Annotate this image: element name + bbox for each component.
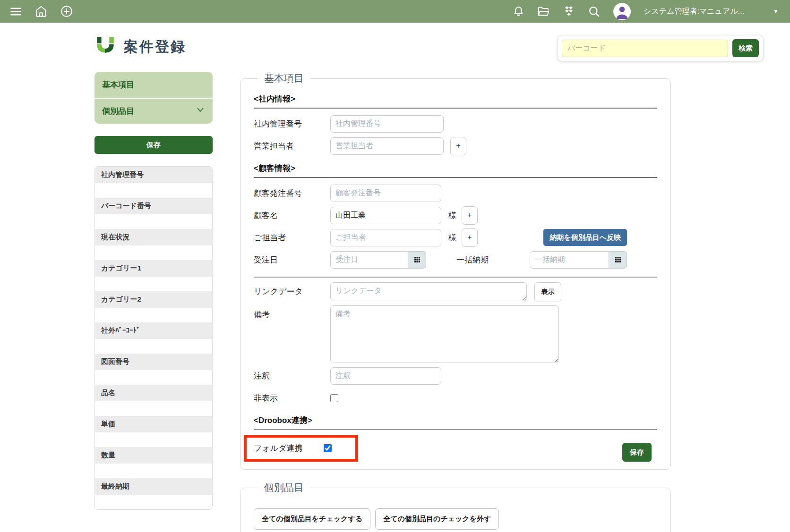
link-data-row: リンクデータ 表示 [254,282,657,302]
field-list-row: 最終納期 [95,478,212,509]
sidebar-tab-basic[interactable]: 基本項目 [94,72,213,98]
sidebar-field-list: 社内管理番号 バーコード番号 現在状況 カテゴリー1 [94,166,213,510]
home-icon[interactable] [35,5,47,17]
calendar-grid-icon [615,256,621,263]
note-input[interactable] [330,367,441,385]
barcode-search-button[interactable]: 検索 [732,39,759,57]
field-list-label: 数量 [95,447,212,464]
uncheck-all-items-button[interactable]: 全ての個別品目のチェックを外す [375,508,499,530]
field-list-row: 図面番号 [95,354,212,385]
field-list-label: バーコード番号 [95,198,212,214]
folder-icon[interactable] [537,5,550,18]
search-icon[interactable] [588,5,601,18]
droobox-header: <Droobox連携> [254,415,657,426]
internal-info-header: <社内情報> [254,93,657,104]
bulk-due-calendar-button[interactable] [609,251,627,269]
field-list-value [95,308,212,322]
avatar[interactable] [613,3,631,20]
link-data-textarea[interactable] [330,282,527,301]
topbar: システム管理者:マニュアル... ▼ [0,0,790,23]
note-label: 注釈 [254,371,330,381]
field-list-label: カテゴリー2 [95,291,212,308]
contact-add-button[interactable]: + [462,228,478,247]
order-date-row: 受注日 一括納期 [254,250,657,269]
page-title: 案件登録 [124,37,186,57]
order-date-input[interactable] [330,251,408,269]
folder-link-label: フォルダ連携 [254,443,324,454]
customer-name-label: 顧客名 [254,210,330,221]
reflect-due-date-button[interactable]: 納期を個別品目へ反映 [543,229,627,246]
field-list-label: 最終納期 [95,478,212,495]
chevron-down-icon [196,106,205,116]
bulk-due-input[interactable] [530,251,609,269]
bulk-due-label: 一括納期 [456,254,530,265]
customer-name-input[interactable] [330,207,441,224]
sidebar-save-button[interactable]: 保存 [94,136,213,154]
field-list-value [95,245,212,260]
field-list-value [95,495,212,509]
hidden-label: 非表示 [254,393,330,404]
internal-number-input[interactable] [330,115,444,133]
calendar-grid-icon [414,256,421,263]
internal-number-row: 社内管理番号 [254,114,657,133]
remarks-label: 備考 [254,305,330,320]
main: 基本項目 <社内情報> 社内管理番号 営業担当者 + <顧客情報> 顧客発注番号… [240,72,671,532]
customer-order-no-input[interactable] [330,185,441,202]
customer-name-row: 顧客名 様 + [254,206,657,225]
brand: 案件登録 [94,35,186,59]
bell-icon[interactable] [513,6,524,17]
customer-info-header: <顧客情報> [254,163,657,174]
divider [254,108,657,109]
hidden-row: 非表示 [254,388,657,407]
order-date-label: 受注日 [254,254,330,265]
user-label: システム管理者:マニュアル... [644,7,744,17]
app-logo [94,35,116,59]
contact-input[interactable] [330,229,441,246]
items-panel: 個別品目 全ての個別品目をチェックする 全ての個別品目のチェックを外す [240,481,671,532]
hidden-checkbox[interactable] [330,394,338,402]
divider [254,429,657,430]
customer-order-no-row: 顧客発注番号 [254,184,657,203]
items-panel-legend: 個別品目 [258,481,310,494]
internal-number-label: 社内管理番号 [254,118,330,129]
plus-circle-icon[interactable] [60,5,73,18]
menu-icon[interactable] [9,5,22,18]
field-list-value [95,432,212,447]
field-list-row: 数量 [95,447,212,478]
contact-label: ご担当者 [254,232,330,243]
check-all-items-button[interactable]: 全ての個別品目をチェックする [254,508,370,530]
bulk-due-group [530,251,627,269]
caret-down-icon[interactable]: ▼ [773,8,779,15]
page-header: 案件登録 検索 [94,35,764,61]
folder-link-checkbox[interactable] [324,444,332,452]
sidebar-nav: 基本項目 個別品目 [94,72,213,124]
remarks-textarea[interactable] [330,305,559,363]
customer-name-add-button[interactable]: + [462,206,478,225]
remarks-row: 備考 [254,305,657,363]
field-list-row: 現在状況 [95,229,212,260]
sales-rep-input[interactable] [330,137,444,155]
barcode-search-card: 検索 [557,35,764,61]
note-row: 注釈 [254,366,657,385]
link-data-show-button[interactable]: 表示 [534,282,561,302]
order-date-calendar-button[interactable] [408,251,426,269]
dropbox-icon[interactable] [563,5,575,17]
sales-rep-add-button[interactable]: + [450,137,466,155]
field-list-label: カテゴリー1 [95,260,212,277]
customer-name-honorific: 様 [448,210,456,221]
field-list-row: カテゴリー1 [95,260,212,291]
barcode-input[interactable] [562,40,728,57]
red-highlight-box: フォルダ連携 [244,435,358,462]
field-list-row: 単価 [95,416,212,447]
basic-save-button[interactable]: 保存 [622,443,652,462]
sidebar-tab-basic-label: 基本項目 [102,79,134,90]
items-buttons: 全ての個別品目をチェックする 全ての個別品目のチェックを外す [254,508,657,530]
field-list-label: 単価 [95,416,212,432]
customer-order-no-label: 顧客発注番号 [254,188,330,199]
field-list-value [95,214,212,229]
field-list-value [95,339,212,354]
field-list-value [95,370,212,385]
user-menu[interactable]: システム管理者:マニュアル... [644,7,744,17]
folder-link-save-row: フォルダ連携 保存 [254,435,657,462]
sidebar-tab-items[interactable]: 個別品目 [94,98,213,124]
